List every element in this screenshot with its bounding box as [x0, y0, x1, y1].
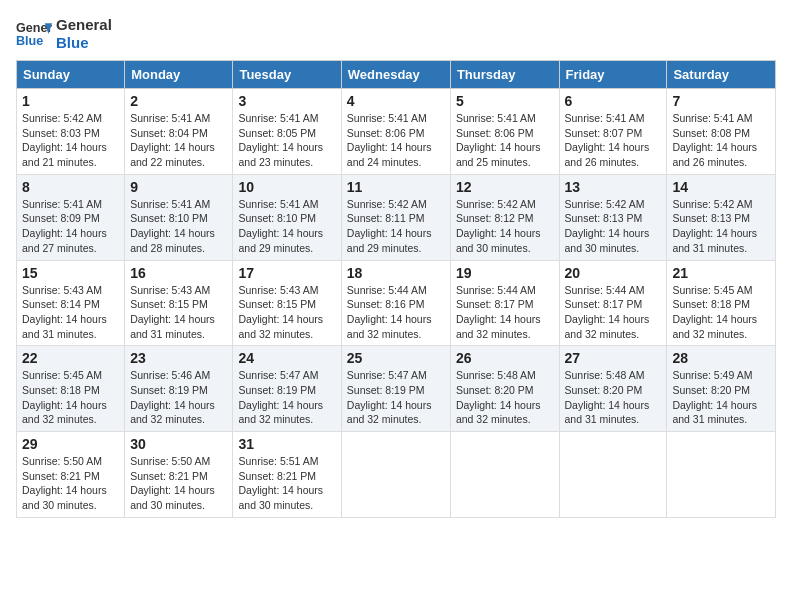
day-info: Sunrise: 5:43 AMSunset: 8:14 PMDaylight:… — [22, 283, 119, 342]
calendar-cell: 19 Sunrise: 5:44 AMSunset: 8:17 PMDaylig… — [450, 260, 559, 346]
calendar-cell — [341, 432, 450, 518]
header-monday: Monday — [125, 61, 233, 89]
calendar-cell: 1 Sunrise: 5:42 AMSunset: 8:03 PMDayligh… — [17, 89, 125, 175]
day-number: 7 — [672, 93, 770, 109]
calendar-cell: 17 Sunrise: 5:43 AMSunset: 8:15 PMDaylig… — [233, 260, 341, 346]
day-info: Sunrise: 5:42 AMSunset: 8:12 PMDaylight:… — [456, 197, 554, 256]
day-info: Sunrise: 5:43 AMSunset: 8:15 PMDaylight:… — [238, 283, 335, 342]
day-info: Sunrise: 5:41 AMSunset: 8:09 PMDaylight:… — [22, 197, 119, 256]
day-number: 2 — [130, 93, 227, 109]
day-info: Sunrise: 5:41 AMSunset: 8:07 PMDaylight:… — [565, 111, 662, 170]
day-number: 29 — [22, 436, 119, 452]
day-info: Sunrise: 5:44 AMSunset: 8:16 PMDaylight:… — [347, 283, 445, 342]
calendar-cell: 30 Sunrise: 5:50 AMSunset: 8:21 PMDaylig… — [125, 432, 233, 518]
calendar-cell: 29 Sunrise: 5:50 AMSunset: 8:21 PMDaylig… — [17, 432, 125, 518]
logo: General Blue General Blue — [16, 16, 112, 52]
day-info: Sunrise: 5:41 AMSunset: 8:10 PMDaylight:… — [238, 197, 335, 256]
day-number: 4 — [347, 93, 445, 109]
calendar-cell: 7 Sunrise: 5:41 AMSunset: 8:08 PMDayligh… — [667, 89, 776, 175]
calendar-week-2: 8 Sunrise: 5:41 AMSunset: 8:09 PMDayligh… — [17, 174, 776, 260]
logo-line1: General — [56, 16, 112, 34]
day-number: 16 — [130, 265, 227, 281]
day-info: Sunrise: 5:41 AMSunset: 8:06 PMDaylight:… — [347, 111, 445, 170]
day-number: 15 — [22, 265, 119, 281]
calendar-cell: 23 Sunrise: 5:46 AMSunset: 8:19 PMDaylig… — [125, 346, 233, 432]
calendar-cell: 13 Sunrise: 5:42 AMSunset: 8:13 PMDaylig… — [559, 174, 667, 260]
svg-text:Blue: Blue — [16, 34, 43, 48]
header-friday: Friday — [559, 61, 667, 89]
calendar-cell — [667, 432, 776, 518]
day-info: Sunrise: 5:43 AMSunset: 8:15 PMDaylight:… — [130, 283, 227, 342]
calendar-cell: 4 Sunrise: 5:41 AMSunset: 8:06 PMDayligh… — [341, 89, 450, 175]
day-number: 20 — [565, 265, 662, 281]
header-thursday: Thursday — [450, 61, 559, 89]
day-number: 10 — [238, 179, 335, 195]
day-info: Sunrise: 5:42 AMSunset: 8:13 PMDaylight:… — [565, 197, 662, 256]
day-info: Sunrise: 5:50 AMSunset: 8:21 PMDaylight:… — [22, 454, 119, 513]
day-info: Sunrise: 5:42 AMSunset: 8:11 PMDaylight:… — [347, 197, 445, 256]
day-info: Sunrise: 5:42 AMSunset: 8:13 PMDaylight:… — [672, 197, 770, 256]
calendar-cell: 10 Sunrise: 5:41 AMSunset: 8:10 PMDaylig… — [233, 174, 341, 260]
day-info: Sunrise: 5:45 AMSunset: 8:18 PMDaylight:… — [672, 283, 770, 342]
calendar-cell — [450, 432, 559, 518]
logo-line2: Blue — [56, 34, 112, 52]
calendar-header-row: SundayMondayTuesdayWednesdayThursdayFrid… — [17, 61, 776, 89]
calendar-cell: 22 Sunrise: 5:45 AMSunset: 8:18 PMDaylig… — [17, 346, 125, 432]
calendar-week-4: 22 Sunrise: 5:45 AMSunset: 8:18 PMDaylig… — [17, 346, 776, 432]
day-number: 19 — [456, 265, 554, 281]
calendar-week-5: 29 Sunrise: 5:50 AMSunset: 8:21 PMDaylig… — [17, 432, 776, 518]
day-number: 18 — [347, 265, 445, 281]
day-number: 25 — [347, 350, 445, 366]
calendar-cell: 9 Sunrise: 5:41 AMSunset: 8:10 PMDayligh… — [125, 174, 233, 260]
logo-icon: General Blue — [16, 16, 52, 52]
day-number: 27 — [565, 350, 662, 366]
day-info: Sunrise: 5:42 AMSunset: 8:03 PMDaylight:… — [22, 111, 119, 170]
calendar-cell: 18 Sunrise: 5:44 AMSunset: 8:16 PMDaylig… — [341, 260, 450, 346]
day-info: Sunrise: 5:41 AMSunset: 8:06 PMDaylight:… — [456, 111, 554, 170]
day-info: Sunrise: 5:45 AMSunset: 8:18 PMDaylight:… — [22, 368, 119, 427]
calendar-cell: 24 Sunrise: 5:47 AMSunset: 8:19 PMDaylig… — [233, 346, 341, 432]
day-number: 26 — [456, 350, 554, 366]
day-number: 17 — [238, 265, 335, 281]
day-info: Sunrise: 5:47 AMSunset: 8:19 PMDaylight:… — [238, 368, 335, 427]
day-info: Sunrise: 5:48 AMSunset: 8:20 PMDaylight:… — [565, 368, 662, 427]
day-info: Sunrise: 5:49 AMSunset: 8:20 PMDaylight:… — [672, 368, 770, 427]
calendar-cell: 25 Sunrise: 5:47 AMSunset: 8:19 PMDaylig… — [341, 346, 450, 432]
day-number: 21 — [672, 265, 770, 281]
day-info: Sunrise: 5:41 AMSunset: 8:05 PMDaylight:… — [238, 111, 335, 170]
day-number: 6 — [565, 93, 662, 109]
day-info: Sunrise: 5:47 AMSunset: 8:19 PMDaylight:… — [347, 368, 445, 427]
day-number: 24 — [238, 350, 335, 366]
calendar-cell: 26 Sunrise: 5:48 AMSunset: 8:20 PMDaylig… — [450, 346, 559, 432]
day-number: 8 — [22, 179, 119, 195]
calendar-cell: 14 Sunrise: 5:42 AMSunset: 8:13 PMDaylig… — [667, 174, 776, 260]
day-number: 23 — [130, 350, 227, 366]
day-number: 22 — [22, 350, 119, 366]
header-sunday: Sunday — [17, 61, 125, 89]
calendar-cell: 28 Sunrise: 5:49 AMSunset: 8:20 PMDaylig… — [667, 346, 776, 432]
day-info: Sunrise: 5:51 AMSunset: 8:21 PMDaylight:… — [238, 454, 335, 513]
calendar-cell: 12 Sunrise: 5:42 AMSunset: 8:12 PMDaylig… — [450, 174, 559, 260]
day-info: Sunrise: 5:46 AMSunset: 8:19 PMDaylight:… — [130, 368, 227, 427]
day-info: Sunrise: 5:41 AMSunset: 8:10 PMDaylight:… — [130, 197, 227, 256]
day-number: 11 — [347, 179, 445, 195]
calendar-cell: 15 Sunrise: 5:43 AMSunset: 8:14 PMDaylig… — [17, 260, 125, 346]
day-info: Sunrise: 5:44 AMSunset: 8:17 PMDaylight:… — [565, 283, 662, 342]
day-number: 28 — [672, 350, 770, 366]
calendar-cell: 6 Sunrise: 5:41 AMSunset: 8:07 PMDayligh… — [559, 89, 667, 175]
day-number: 13 — [565, 179, 662, 195]
calendar-cell: 5 Sunrise: 5:41 AMSunset: 8:06 PMDayligh… — [450, 89, 559, 175]
calendar-cell: 31 Sunrise: 5:51 AMSunset: 8:21 PMDaylig… — [233, 432, 341, 518]
day-number: 9 — [130, 179, 227, 195]
calendar-cell — [559, 432, 667, 518]
calendar-cell: 16 Sunrise: 5:43 AMSunset: 8:15 PMDaylig… — [125, 260, 233, 346]
day-info: Sunrise: 5:50 AMSunset: 8:21 PMDaylight:… — [130, 454, 227, 513]
header-saturday: Saturday — [667, 61, 776, 89]
calendar-cell: 11 Sunrise: 5:42 AMSunset: 8:11 PMDaylig… — [341, 174, 450, 260]
day-number: 30 — [130, 436, 227, 452]
calendar-cell: 21 Sunrise: 5:45 AMSunset: 8:18 PMDaylig… — [667, 260, 776, 346]
day-number: 1 — [22, 93, 119, 109]
page-header: General Blue General Blue — [16, 16, 776, 52]
calendar-cell: 20 Sunrise: 5:44 AMSunset: 8:17 PMDaylig… — [559, 260, 667, 346]
calendar-table: SundayMondayTuesdayWednesdayThursdayFrid… — [16, 60, 776, 518]
